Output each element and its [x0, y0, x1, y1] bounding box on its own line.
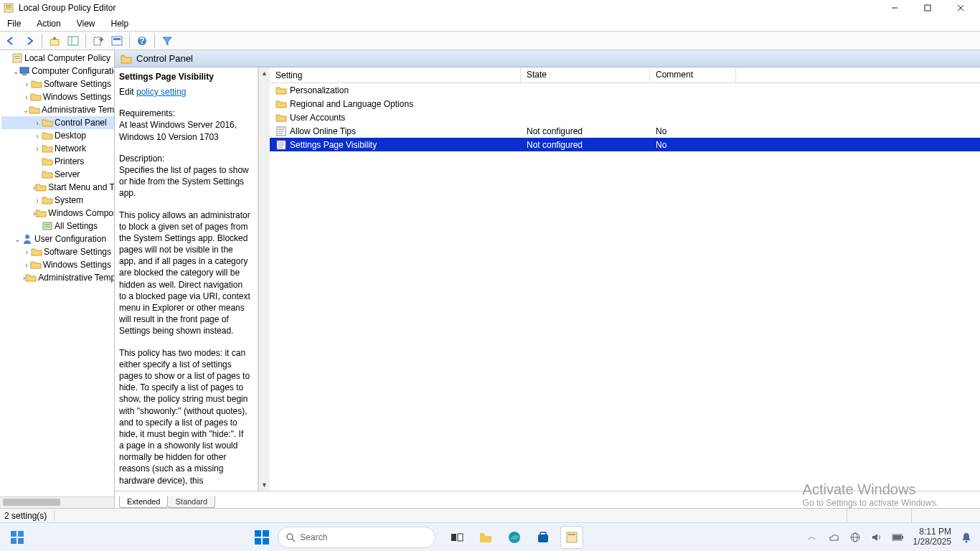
expand-toggle[interactable]: ›	[33, 197, 42, 204]
folder-icon	[42, 194, 53, 206]
svg-point-24	[25, 235, 29, 239]
rows-container: PersonalizationRegional and Language Opt…	[270, 83, 980, 151]
scroll-track[interactable]	[259, 79, 270, 479]
svg-rect-36	[18, 538, 24, 544]
menu-view[interactable]: View	[74, 17, 98, 30]
col-comment[interactable]: Comment	[650, 67, 736, 83]
up-button[interactable]	[47, 33, 62, 49]
expand-toggle[interactable]: ›	[33, 145, 42, 153]
show-hide-tree-button[interactable]	[65, 33, 81, 49]
store-button[interactable]	[532, 526, 555, 549]
requirements-heading: Requirements:	[119, 108, 250, 119]
status-cell	[911, 509, 976, 522]
scrollbar-thumb[interactable]	[3, 499, 60, 506]
start-button[interactable]	[250, 526, 273, 549]
expand-toggle[interactable]: ›	[33, 119, 42, 127]
search-icon	[286, 532, 296, 542]
tree-node[interactable]: ⌄Computer Configuration	[1, 65, 114, 77]
expand-toggle[interactable]: ›	[23, 93, 30, 101]
expand-toggle[interactable]: ›	[23, 248, 31, 256]
language-icon[interactable]	[849, 531, 862, 544]
tree-node[interactable]: ›Network	[1, 142, 114, 155]
expand-toggle[interactable]: ⌄	[13, 67, 19, 75]
policy-tree[interactable]: Local Computer Policy⌄Computer Configura…	[0, 50, 114, 286]
svg-text:?: ?	[139, 36, 144, 46]
tab-standard[interactable]: Standard	[167, 496, 215, 508]
svg-rect-44	[458, 534, 463, 541]
taskbar-search[interactable]: Search	[278, 527, 435, 548]
menu-help[interactable]: Help	[108, 17, 132, 30]
maximize-button[interactable]	[911, 0, 944, 16]
toolbar-separator	[85, 34, 86, 48]
expand-toggle[interactable]: ›	[23, 261, 30, 269]
tree-pane: Local Computer Policy⌄Computer Configura…	[0, 50, 115, 508]
expand-toggle[interactable]: ⌄	[23, 106, 29, 114]
menu-file[interactable]: File	[4, 17, 24, 30]
list-row[interactable]: Settings Page VisibilityNot configuredNo	[270, 138, 980, 151]
minimize-button[interactable]	[878, 0, 911, 16]
widgets-button[interactable]	[6, 526, 29, 549]
col-setting[interactable]: Setting	[270, 67, 521, 83]
svg-rect-40	[263, 538, 269, 545]
expand-toggle[interactable]: ⌄	[13, 235, 22, 243]
tree-node[interactable]: ›Software Settings	[1, 77, 114, 90]
list-row[interactable]: Personalization	[270, 83, 980, 97]
tree-node[interactable]: ⌄User Configuration	[1, 232, 114, 245]
folder-icon	[35, 207, 47, 219]
help-button[interactable]: ?	[134, 33, 150, 49]
tree-node[interactable]: ›Administrative Templates	[1, 271, 114, 284]
refresh-button[interactable]	[109, 33, 125, 49]
tree-node[interactable]: Printers	[1, 155, 114, 168]
tree-node[interactable]: ›Start Menu and Taskbar	[1, 181, 114, 194]
main-split: Local Computer Policy⌄Computer Configura…	[0, 50, 980, 508]
scroll-up-button[interactable]: ▲	[259, 67, 270, 79]
tree-node-label: Network	[55, 143, 86, 154]
folder-icon	[31, 78, 42, 90]
taskview-button[interactable]	[446, 526, 468, 549]
export-button[interactable]	[90, 33, 106, 49]
list-row[interactable]: Allow Online TipsNot configuredNo	[270, 124, 980, 138]
row-state: Not configured	[521, 140, 650, 150]
tree-node[interactable]: Server	[1, 168, 114, 181]
desc-scrollbar[interactable]: ▲ ▼	[258, 67, 270, 491]
tree-node[interactable]: ›Software Settings	[1, 245, 114, 258]
battery-icon[interactable]	[892, 531, 905, 544]
chevron-up-icon[interactable]: ︿	[806, 531, 819, 544]
requirements-text: At least Windows Server 2016, Windows 10…	[119, 119, 250, 142]
list-row[interactable]: Regional and Language Options	[270, 97, 980, 110]
edge-button[interactable]	[503, 526, 526, 549]
col-state[interactable]: State	[521, 67, 650, 83]
explorer-button[interactable]	[474, 526, 497, 549]
notifications-icon[interactable]	[960, 531, 973, 544]
volume-icon[interactable]	[870, 531, 883, 544]
tree-node[interactable]: ⌄Administrative Templates	[1, 103, 114, 116]
svg-rect-2	[6, 7, 11, 8]
tree-node[interactable]: ›Desktop	[1, 129, 114, 142]
tree-node[interactable]: ›Windows Settings	[1, 258, 114, 271]
tab-extended[interactable]: Extended	[119, 496, 168, 508]
scroll-down-button[interactable]: ▼	[259, 479, 270, 491]
gpedit-taskbar-button[interactable]	[560, 526, 583, 549]
watermark-title: Activate Windows	[803, 481, 938, 498]
list-row[interactable]: User Accounts	[270, 110, 980, 124]
back-button[interactable]	[3, 33, 19, 49]
tree-node[interactable]: All Settings	[1, 220, 114, 232]
expand-toggle[interactable]: ›	[33, 132, 42, 140]
onedrive-icon[interactable]	[827, 531, 840, 544]
tree-hscrollbar[interactable]	[0, 496, 114, 508]
tree-node[interactable]: ›Windows Components	[1, 207, 114, 220]
folder-icon	[275, 112, 287, 123]
tree-node[interactable]: ›Control Panel	[1, 116, 114, 129]
edit-line: Edit policy setting	[119, 86, 250, 98]
tree-node[interactable]: ›Windows Settings	[1, 90, 114, 103]
tree-node[interactable]: Local Computer Policy	[1, 52, 114, 65]
expand-toggle[interactable]: ›	[23, 80, 31, 88]
close-button[interactable]	[944, 0, 977, 16]
menu-action[interactable]: Action	[34, 17, 63, 30]
edit-policy-link[interactable]: policy setting	[136, 87, 186, 97]
tree-node-label: Desktop	[55, 131, 86, 141]
tree-node[interactable]: ›System	[1, 194, 114, 207]
forward-button[interactable]	[22, 33, 37, 49]
filter-button[interactable]	[159, 33, 175, 49]
taskbar-clock[interactable]: 8:11 PM 1/28/2025	[913, 527, 951, 546]
